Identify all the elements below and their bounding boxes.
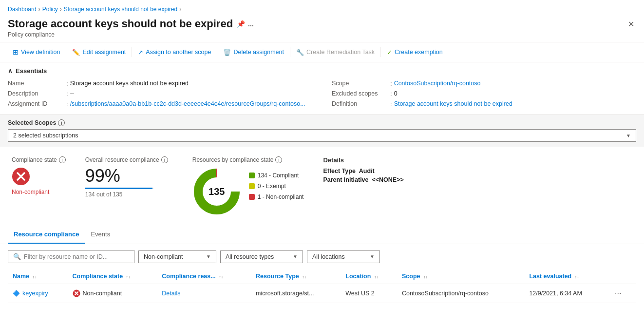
col-location[interactable]: Location ↑↓ (341, 269, 397, 284)
essentials-id-value[interactable]: /subscriptions/aaaa0a0a-bb1b-cc2c-dd3d-e… (70, 100, 305, 107)
essentials-desc-value: -- (70, 90, 74, 97)
table-container: Name ↑↓ Compliance state ↑↓ Compliance r… (0, 269, 644, 303)
col-scope[interactable]: Scope ↑↓ (397, 269, 524, 284)
resource-type-filter[interactable]: All resource types ▼ (220, 250, 303, 263)
create-remediation-button[interactable]: 🔧 Create Remediation Task (291, 46, 379, 59)
compliance-filter-chevron: ▼ (206, 254, 211, 259)
assign-scope-label: Assign to another scope (146, 49, 211, 56)
resources-info-icon[interactable]: i (275, 156, 282, 163)
col-compliance-reason[interactable]: Compliance reas... ↑↓ (157, 269, 251, 284)
essentials-grid: Name : Storage account keys should not b… (8, 78, 636, 109)
col-actions (607, 269, 636, 284)
row-reason-link[interactable]: Details (162, 290, 180, 297)
scope-dropdown[interactable]: 2 selected subscriptions ▼ (8, 129, 636, 142)
resources-compliance-block: Resources by compliance state i (192, 156, 304, 216)
toolbar-separator-1 (66, 47, 66, 57)
col-last-evaluated[interactable]: Last evaluated ↑↓ (524, 269, 607, 284)
resource-type-filter-value: All resource types (226, 253, 274, 260)
location-filter[interactable]: All locations ▼ (307, 250, 380, 263)
breadcrumb: Dashboard › Policy › Storage account key… (0, 0, 644, 16)
create-exemption-label: Create exemption (395, 49, 443, 56)
page-title-text: Storage account keys should not be expir… (8, 18, 233, 30)
tab-events[interactable]: Events (85, 226, 116, 244)
view-definition-button[interactable]: ⊞ View definition (8, 45, 65, 59)
essentials-scope-label: Scope (332, 80, 390, 87)
col-resource-type-sort: ↑↓ (302, 274, 306, 279)
compliance-state-filter[interactable]: Non-compliant ▼ (138, 250, 216, 263)
compliance-state-display: Non-compliant (12, 167, 66, 195)
essentials-header[interactable]: ∧ Essentials (8, 67, 636, 75)
breadcrumb-policy[interactable]: Policy (42, 6, 58, 13)
page-header: Storage account keys should not be expir… (0, 16, 644, 42)
essentials-excluded-row: Excluded scopes : 0 (332, 89, 636, 99)
legend-noncompliant-label: 1 - Non-compliant (258, 193, 304, 200)
donut-legend: 134 - Compliant 0 - Exempt 1 - Non-compl… (249, 167, 304, 200)
location-filter-chevron: ▼ (370, 254, 375, 259)
page-title-row: Storage account keys should not be expir… (8, 18, 254, 30)
essentials-scope-row: Scope : ContosoSubscription/rq-contoso (332, 78, 636, 89)
resource-type-filter-chevron: ▼ (293, 254, 298, 259)
more-icon[interactable]: ... (248, 20, 254, 28)
essentials-excluded-value: 0 (394, 90, 398, 97)
breadcrumb-dashboard[interactable]: Dashboard (8, 6, 37, 13)
page-subtitle: Policy compliance (8, 31, 254, 38)
scope-dropdown-value: 2 selected subscriptions (13, 132, 78, 139)
essentials-section: ∧ Essentials Name : Storage account keys… (0, 62, 644, 114)
close-button[interactable]: ✕ (626, 18, 636, 31)
col-reason-sort: ↑↓ (219, 274, 223, 279)
search-icon: 🔍 (13, 253, 21, 260)
non-compliant-text: Non-compliant (12, 189, 49, 195)
pin-icon[interactable]: 📌 (237, 20, 245, 28)
overall-label: Overall resource compliance i (85, 156, 173, 163)
compliance-state-block: Compliance state i Non-compliant (12, 156, 66, 195)
edit-assignment-label: Edit assignment (82, 49, 126, 56)
breadcrumb-current[interactable]: Storage account keys should not be expir… (64, 6, 177, 13)
col-compliance-state[interactable]: Compliance state ↑↓ (68, 269, 157, 284)
legend-noncompliant-dot (249, 194, 255, 200)
overall-info-icon[interactable]: i (161, 156, 168, 163)
essentials-definition-row: Definition : Storage account keys should… (332, 99, 636, 109)
compliance-sub: 134 out of 135 (85, 191, 173, 198)
col-name[interactable]: Name ↑↓ (8, 269, 68, 284)
row-reason-cell: Details (157, 284, 251, 303)
col-resource-type-label: Resource Type (256, 273, 299, 280)
legend-compliant-dot (249, 173, 255, 178)
row-name-link[interactable]: keyexpiry (22, 290, 48, 297)
scope-dropdown-chevron: ▼ (626, 133, 631, 138)
row-ellipsis-button[interactable]: ··· (612, 288, 624, 299)
details-block: Details Effect Type Audit Parent Initiat… (323, 156, 403, 183)
essentials-definition-label: Definition (332, 100, 390, 107)
scope-info-icon[interactable]: i (58, 119, 65, 126)
compliance-bar-bg (85, 188, 153, 189)
donut-center-value: 135 (208, 186, 225, 197)
status-badge: Non-compliant (73, 289, 152, 297)
col-resource-type[interactable]: Resource Type ↑↓ (251, 269, 341, 284)
metrics-section: Compliance state i Non-compliant Overall… (0, 147, 644, 226)
essentials-scope-value[interactable]: ContosoSubscription/rq-contoso (394, 80, 481, 87)
collapse-icon: ∧ (8, 67, 13, 75)
parent-initiative-row: Parent Initiative <<NONE>> (323, 176, 403, 183)
assign-scope-button[interactable]: ↗ Assign to another scope (133, 46, 216, 59)
toolbar-separator-2 (132, 47, 132, 57)
essentials-label: Essentials (16, 67, 47, 75)
edit-assignment-button[interactable]: ✏️ Edit assignment (67, 46, 131, 59)
tab-resource-compliance[interactable]: Resource compliance (8, 226, 85, 244)
essentials-definition-value[interactable]: Storage account keys should not be expir… (394, 100, 512, 107)
search-input[interactable] (24, 253, 129, 260)
edit-icon: ✏️ (72, 49, 80, 56)
compliance-state-label: Compliance state i (12, 156, 66, 163)
essentials-id-label: Assignment ID (8, 100, 66, 107)
col-compliance-state-label: Compliance state (73, 273, 123, 280)
col-last-evaluated-sort: ↑↓ (575, 274, 579, 279)
search-filter[interactable]: 🔍 (8, 250, 134, 263)
row-resource-type-cell: microsoft.storage/st... (251, 284, 341, 303)
delete-assignment-button[interactable]: 🗑️ Delete assignment (218, 46, 289, 59)
compliance-bar-fill (85, 188, 153, 189)
col-compliance-sort: ↑↓ (126, 274, 131, 279)
create-exemption-button[interactable]: ✓ Create exemption (382, 46, 448, 59)
col-compliance-reason-label: Compliance reas... (162, 273, 215, 280)
toolbar-separator-3 (217, 47, 217, 57)
compliance-state-info-icon[interactable]: i (59, 156, 66, 163)
delete-assignment-label: Delete assignment (233, 49, 284, 56)
row-scope-cell: ContosoSubscription/rq-contoso (397, 284, 524, 303)
